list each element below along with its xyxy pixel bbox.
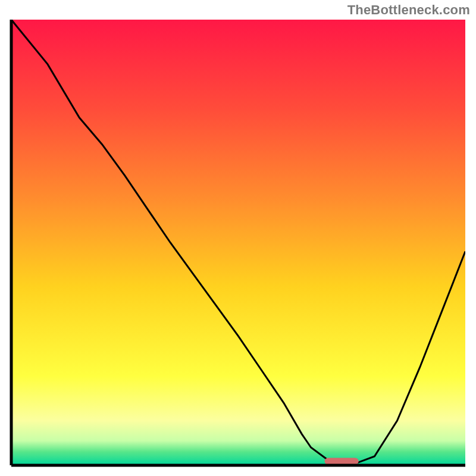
bottleneck-chart [0, 0, 476, 476]
plot-background [11, 20, 465, 465]
chart-container: TheBottleneck.com [0, 0, 476, 476]
recommended-marker [325, 458, 359, 465]
